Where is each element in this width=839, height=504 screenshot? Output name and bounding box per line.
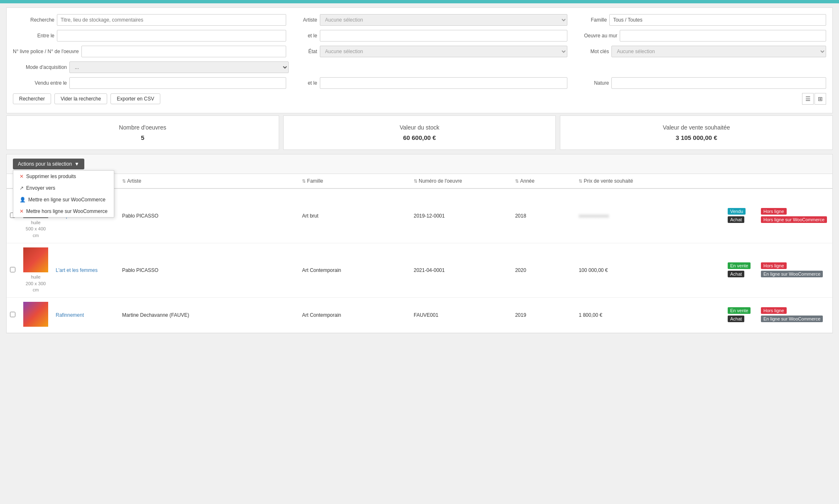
artwork-info: huile 200 x 300 cm xyxy=(22,274,49,293)
col-artiste[interactable]: Artiste xyxy=(119,174,299,188)
x-icon: ✕ xyxy=(20,174,24,179)
label-recherche: Recherche xyxy=(13,17,54,23)
woo-detail-badge: En ligne sur WooCommerce xyxy=(761,316,823,322)
artwork-cell xyxy=(22,302,49,328)
row-thumb-cell xyxy=(19,298,52,333)
et-le-input[interactable] xyxy=(320,30,568,42)
filter-famille: Famille xyxy=(576,14,826,26)
row-annee-cell: 2019 xyxy=(512,298,575,333)
row-checkbox[interactable] xyxy=(10,312,15,317)
exporter-csv-button[interactable]: Exporter en CSV xyxy=(110,93,160,104)
artiste-select[interactable]: Aucune sélection xyxy=(320,14,568,26)
row-checkbox-cell xyxy=(7,243,19,298)
valeur-vente-label: Valeur de vente souhaitée xyxy=(569,124,824,131)
x2-icon: ✕ xyxy=(20,208,24,214)
status-badge-envente: En vente xyxy=(728,307,751,314)
woo-status-badge: Hors ligne xyxy=(761,307,787,314)
label-artiste: Artiste xyxy=(294,17,317,23)
recherche-input[interactable] xyxy=(57,14,286,26)
stats-row: Nombre d'oeuvres 5 Valeur du stock 60 60… xyxy=(6,115,833,150)
artwork-thumb-colorful xyxy=(23,302,48,327)
nb-oeuvres-value: 5 xyxy=(15,134,270,141)
row-prix-cell: 100 000,00 € xyxy=(575,243,724,298)
filter-row-5: Vendu entre le et le Nature xyxy=(13,77,826,89)
send-icon: ↗ xyxy=(20,185,24,191)
label-entre-le: Entre le xyxy=(13,33,54,39)
artwork-title-link[interactable]: Rafinnement xyxy=(56,312,84,318)
row-badges-cell: En vente Achat xyxy=(724,243,758,298)
nlivre-input[interactable] xyxy=(81,46,286,57)
woo-status-badge: Hors ligne xyxy=(761,262,787,269)
action-mettre-hors-ligne[interactable]: ✕ Mettre hors ligne sur WooCommerce xyxy=(13,206,114,217)
motcles-select[interactable]: Aucune sélection xyxy=(611,46,826,57)
stat-valeur-stock: Valeur du stock 60 600,00 € xyxy=(283,115,556,150)
vendu-input[interactable] xyxy=(69,77,286,89)
main-content: Actions pour la sélection ▼ ✕ Supprimer … xyxy=(6,154,833,333)
rechercher-button[interactable]: Rechercher xyxy=(13,93,51,104)
row-famille-cell: Art Contemporain xyxy=(299,243,410,298)
filter-etat: État Aucune sélection xyxy=(294,46,568,57)
filter-row-4: Mode d'acquisition ... xyxy=(13,61,826,73)
filter-nlivre: N° livre police / N° de l'oeuvre xyxy=(13,46,286,57)
row-titre-cell: Rafinnement xyxy=(52,298,119,333)
woo-detail-badge: En ligne sur WooCommerce xyxy=(761,271,823,277)
action-supprimer[interactable]: ✕ Supprimer les produits xyxy=(13,171,114,182)
row-prix-cell: ●●●●●●●●●● xyxy=(575,188,724,243)
woo-badges: Hors ligne En ligne sur WooCommerce xyxy=(761,307,829,323)
view-toggles: ☰ ⊞ xyxy=(802,93,826,105)
artwork-title-link[interactable]: L'art et les femmes xyxy=(56,267,98,273)
status-badges: En vente Achat xyxy=(728,262,754,278)
filter-etle: et le xyxy=(294,30,568,42)
row-artiste-cell: Pablo PICASSO xyxy=(119,188,299,243)
actions-selection-button[interactable]: Actions pour la sélection ▼ xyxy=(13,159,84,169)
chevron-down-icon: ▼ xyxy=(74,161,79,167)
table-row: huile 200 x 300 cm L'art et les femmes P… xyxy=(7,243,832,298)
oeuvre-mur-input[interactable] xyxy=(620,30,826,42)
table-row: A huile 500 x 400 cm Autoportrait face à… xyxy=(7,188,832,243)
vider-recherche-button[interactable]: Vider la recherche xyxy=(54,93,107,104)
filter-vendu-etle: et le xyxy=(294,77,568,89)
col-prix[interactable]: Prix de vente souhaité xyxy=(575,174,724,188)
col-annee[interactable]: Année xyxy=(512,174,575,188)
filter-oeuvremur: Oeuvre au mur xyxy=(576,30,826,42)
row-famille-cell: Art Contemporain xyxy=(299,298,410,333)
filter-entrele: Entre le xyxy=(13,30,286,42)
mode-acq-select[interactable]: ... xyxy=(69,61,289,73)
action-envoyer[interactable]: ↗ Envoyer vers xyxy=(13,182,114,194)
entre-le-input[interactable] xyxy=(57,30,286,42)
grid-view-button[interactable]: ⊞ xyxy=(814,93,826,105)
achat-badge: Achat xyxy=(728,316,744,322)
famille-input[interactable] xyxy=(609,14,826,26)
col-famille[interactable]: Famille xyxy=(299,174,410,188)
achat-badge: Achat xyxy=(728,216,744,223)
row-checkbox-cell xyxy=(7,298,19,333)
label-mode-acq: Mode d'acquisition xyxy=(13,64,67,70)
list-view-button[interactable]: ☰ xyxy=(802,93,814,105)
action-mettre-en-ligne[interactable]: 👤 Mettre en ligne sur WooCommerce xyxy=(13,194,114,206)
achat-badge: Achat xyxy=(728,271,744,277)
nature-input[interactable] xyxy=(611,77,826,89)
etat-select[interactable]: Aucune sélection xyxy=(320,46,568,57)
row-badges-cell: Vendu Achat xyxy=(724,188,758,243)
row-checkbox[interactable] xyxy=(10,267,15,272)
button-row: Rechercher Vider la recherche Exporter e… xyxy=(13,93,826,107)
label-nlivre: N° livre police / N° de l'oeuvre xyxy=(13,49,79,54)
valeur-stock-value: 60 600,00 € xyxy=(292,134,547,141)
filter-row-2: Entre le et le Oeuvre au mur xyxy=(13,30,826,42)
stat-valeur-vente: Valeur de vente souhaitée 3 105 000,00 € xyxy=(560,115,833,150)
top-bar xyxy=(0,0,839,3)
user-icon: 👤 xyxy=(20,197,26,203)
col-woo xyxy=(758,174,832,188)
valeur-vente-value: 3 105 000,00 € xyxy=(569,134,824,141)
filter-row-1: Recherche Artiste Aucune sélection Famil… xyxy=(13,14,826,26)
valeur-stock-label: Valeur du stock xyxy=(292,124,547,131)
row-numero-cell: FAUVE001 xyxy=(410,298,512,333)
row-artiste-cell: Pablo PICASSO xyxy=(119,243,299,298)
col-numero[interactable]: Numéro de l'oeuvre xyxy=(410,174,512,188)
actions-dropdown: ✕ Supprimer les produits ↗ Envoyer vers … xyxy=(13,170,114,218)
filter-motcles: Mot clés Aucune sélection xyxy=(576,46,826,57)
artwork-cell: huile 200 x 300 cm xyxy=(22,247,49,293)
vendu-et-le-input[interactable] xyxy=(320,77,568,89)
row-numero-cell: 2019-12-0001 xyxy=(410,188,512,243)
label-oeuvre-mur: Oeuvre au mur xyxy=(576,33,617,39)
